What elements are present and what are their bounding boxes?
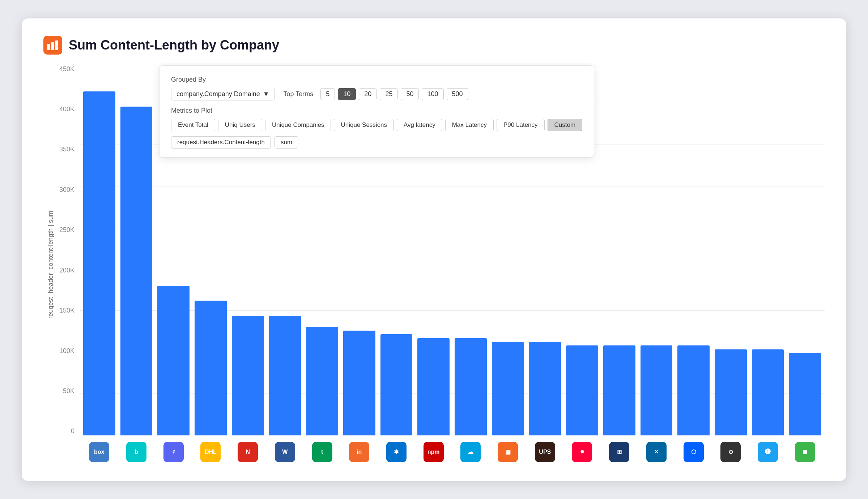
x-icon-wrapper: b [120, 442, 153, 462]
y-axis-label: reuqest_header_content-length | sum [43, 62, 55, 468]
company-icon-canvas: ⊞ [609, 442, 629, 462]
metric-max-latency-button[interactable]: Max Latency [445, 119, 494, 131]
grouped-by-label: Grouped By [171, 76, 582, 83]
company-icon-tumblr-green: t [312, 442, 332, 462]
x-icon-wrapper: ✱ [380, 442, 413, 462]
company-icon-salesforce: ☁ [460, 442, 481, 462]
metric-unique-companies-button[interactable]: Unique Companies [265, 119, 331, 131]
x-icon-wrapper: DHL [195, 442, 227, 462]
bar [343, 331, 375, 435]
bar [380, 334, 413, 435]
top-term-100-button[interactable]: 100 [422, 88, 443, 100]
y-tick: 450K [59, 65, 75, 73]
bar-wrapper [789, 62, 821, 435]
custom-field-value: request.Headers.Content-length [171, 136, 271, 149]
x-icon-wrapper: in [343, 442, 375, 462]
bar [269, 316, 301, 435]
svg-rect-1 [51, 42, 54, 50]
bar [195, 301, 227, 435]
company-icon-dropbox: ⬡ [684, 442, 704, 462]
company-icon-asterisk: ⁕ [572, 442, 592, 462]
bar-wrapper [677, 62, 710, 435]
company-icon-box: box [89, 442, 109, 462]
bar [789, 353, 821, 435]
grouped-by-value: company.Company Domaine [176, 90, 260, 98]
top-term-25-button[interactable]: 25 [380, 88, 398, 100]
company-icon-npm: npm [424, 442, 444, 462]
metric-avg-latency-button[interactable]: Avg latency [397, 119, 442, 131]
company-icon-ups: UPS [535, 442, 555, 462]
top-terms-buttons: 510202550100500 [320, 88, 468, 100]
bar [120, 107, 153, 435]
bar-wrapper [641, 62, 673, 435]
bar [417, 338, 450, 435]
bar [232, 316, 264, 435]
company-icon-byte-dance: b [126, 442, 146, 462]
x-icon-wrapper: ☁ [455, 442, 487, 462]
x-icon-wrapper: ⬡ [677, 442, 710, 462]
bar [566, 345, 598, 435]
top-terms-label: Top Terms [284, 90, 314, 98]
bar [752, 349, 784, 435]
bar-wrapper [752, 62, 784, 435]
top-term-10-button[interactable]: 10 [338, 88, 356, 100]
y-tick: 0 [71, 427, 75, 435]
company-icon-discord: ♯ [163, 442, 184, 462]
y-tick: 50K [63, 387, 75, 395]
x-icon-wrapper: UPS [529, 442, 561, 462]
metric-unique-sessions-button[interactable]: Unique Sessions [334, 119, 394, 131]
chart-icon [43, 36, 62, 55]
x-icon-wrapper: ⊙ [715, 442, 747, 462]
y-axis: 450K400K350K300K250K200K150K100K50K0 [55, 62, 80, 468]
metric-uniq-users-button[interactable]: Uniq Users [218, 119, 262, 131]
y-tick: 350K [59, 146, 75, 153]
bar [529, 342, 561, 435]
x-icon-wrapper: ⁕ [566, 442, 598, 462]
company-icon-intuit: in [349, 442, 369, 462]
bar-wrapper [603, 62, 635, 435]
bar-wrapper [120, 62, 153, 435]
company-icon-dhl: DHL [200, 442, 221, 462]
company-icon-groupon-green: ◼ [795, 442, 815, 462]
settings-popover: Grouped By company.Company Domaine ▼ Top… [159, 65, 594, 158]
x-icon-wrapper: box [83, 442, 115, 462]
metrics-to-plot-label: Metrics to Plot [171, 107, 582, 115]
top-term-5-button[interactable]: 5 [320, 88, 335, 100]
y-tick: 200K [59, 267, 75, 274]
main-card: Sum Content-Length by Company reuqest_he… [22, 18, 846, 481]
x-axis-icons: boxb♯DHLNWtin✱npm☁▦UPS⁕⊞✕⬡⊙🅣◼ [80, 436, 825, 468]
bar [306, 327, 338, 435]
metrics-row: Event TotalUniq UsersUnique CompaniesUni… [171, 119, 582, 131]
bar [492, 342, 524, 435]
company-icon-xing: ✕ [646, 442, 667, 462]
page-title: Sum Content-Length by Company [69, 38, 279, 53]
top-term-20-button[interactable]: 20 [359, 88, 377, 100]
metric-custom-button[interactable]: Custom [548, 119, 583, 131]
grouped-by-row: company.Company Domaine ▼ Top Terms 5102… [171, 88, 582, 100]
metric-event-total-button[interactable]: Event Total [171, 119, 215, 131]
company-icon-microsoft: W [275, 442, 295, 462]
bar [83, 91, 115, 435]
chart-header: Sum Content-Length by Company [43, 36, 825, 55]
x-icon-wrapper: npm [417, 442, 450, 462]
bar [641, 345, 673, 435]
x-icon-wrapper: ♯ [157, 442, 190, 462]
bar [455, 338, 487, 435]
bar [157, 286, 190, 435]
grouped-by-select[interactable]: company.Company Domaine ▼ [171, 88, 275, 100]
y-tick: 300K [59, 186, 75, 194]
top-term-500-button[interactable]: 500 [447, 88, 468, 100]
company-icon-podcast: ⊙ [720, 442, 741, 462]
x-icon-wrapper: ⊞ [603, 442, 635, 462]
top-term-50-button[interactable]: 50 [401, 88, 419, 100]
y-tick: 400K [59, 106, 75, 113]
bar-wrapper [715, 62, 747, 435]
custom-row: request.Headers.Content-length sum [171, 136, 582, 149]
company-icon-twitter: 🅣 [758, 442, 778, 462]
metric-p90-latency-button[interactable]: P90 Latency [497, 119, 545, 131]
bar [677, 345, 710, 435]
custom-agg-value: sum [275, 136, 298, 149]
x-icon-wrapper: ▦ [492, 442, 524, 462]
bar [715, 349, 747, 435]
svg-rect-0 [47, 44, 50, 50]
